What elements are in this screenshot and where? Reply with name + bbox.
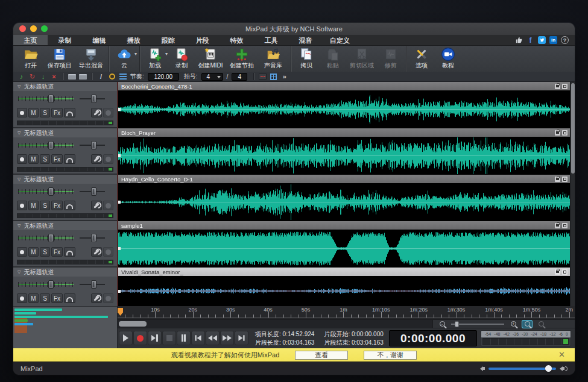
library-button[interactable]: 声音库 — [258, 46, 289, 72]
tab-clip[interactable]: 片段 — [185, 35, 220, 45]
fx-button[interactable]: Fx — [51, 108, 63, 117]
horizontal-scrollbar[interactable] — [118, 320, 433, 328]
clip-menu-icon[interactable] — [562, 177, 567, 182]
collapse-icon[interactable]: ▽ — [17, 270, 21, 275]
collapse-icon[interactable]: ▽ — [17, 84, 21, 89]
fx-button[interactable]: Fx — [51, 154, 63, 164]
mute-button[interactable]: M — [28, 293, 39, 303]
waveform[interactable] — [118, 183, 570, 221]
play-button[interactable] — [119, 331, 133, 345]
clip-title-bar[interactable]: Vivaldi_Sonata_eminor_ — [118, 268, 570, 276]
view-tutorial-button[interactable]: 查看 — [295, 351, 348, 360]
volume-slider[interactable] — [18, 141, 74, 149]
volume-slider[interactable] — [18, 187, 74, 196]
timesig-denominator-input[interactable]: 4 — [232, 73, 247, 81]
zoom-slider-thumb[interactable] — [455, 321, 459, 327]
lock-icon[interactable] — [555, 269, 560, 275]
clip-title-bar[interactable]: sample1 — [118, 221, 570, 230]
snap-icon[interactable] — [258, 73, 267, 81]
volume-slider-handle[interactable] — [48, 141, 54, 149]
lock-icon[interactable] — [555, 223, 560, 228]
thumbs-up-icon[interactable] — [515, 36, 523, 44]
clip-title-bar[interactable]: Haydn_Cello_Concerto_D-1 — [118, 175, 570, 183]
track-header[interactable]: ▽无标题轨道 — [13, 221, 117, 230]
help-icon[interactable]: ? — [561, 36, 569, 44]
metronome-icon[interactable] — [107, 73, 116, 81]
loop-tool-icon[interactable]: ↻ — [28, 73, 37, 81]
draw-tool-icon[interactable]: / — [96, 73, 106, 81]
playhead-marker-icon[interactable] — [118, 308, 123, 316]
track-tools-button[interactable] — [91, 201, 102, 210]
tab-edit[interactable]: 编辑 — [82, 35, 116, 45]
fast-scroll-icon[interactable]: » — [280, 73, 289, 81]
track-tools-button[interactable] — [91, 247, 102, 257]
collapse-icon[interactable]: ▽ — [17, 177, 21, 182]
track-tools-button[interactable] — [91, 108, 102, 117]
grid-icon[interactable] — [269, 73, 278, 81]
go-end-button[interactable] — [235, 331, 248, 345]
project-overview-minimap[interactable] — [13, 306, 118, 348]
volume-slider[interactable] — [18, 95, 74, 103]
pan-slider[interactable] — [80, 95, 105, 103]
vertical-scrollbar-thumb[interactable] — [571, 83, 575, 174]
fx-button[interactable]: Fx — [51, 293, 63, 303]
copy-button[interactable]: 拷贝 — [293, 46, 320, 72]
monitor-button[interactable] — [64, 247, 75, 257]
tab-tools[interactable]: 工具 — [254, 35, 288, 45]
pan-slider[interactable] — [80, 141, 105, 149]
track-tools-button[interactable] — [91, 293, 102, 303]
tab-mix[interactable]: 混音 — [288, 35, 323, 45]
cloud-button[interactable]: ▾云 — [111, 46, 138, 72]
record-button[interactable]: 录制 — [168, 46, 195, 72]
go-start-button[interactable] — [191, 331, 205, 345]
arm-record-button[interactable] — [17, 108, 27, 117]
clip-title-bar[interactable]: Boccherini_Concerto_478-1 — [118, 82, 570, 90]
monitor-button[interactable] — [64, 154, 75, 164]
options-button[interactable]: 选项 — [408, 46, 435, 72]
rewind-button[interactable] — [206, 331, 220, 345]
pan-slider-handle[interactable] — [91, 141, 96, 149]
tutorial-button[interactable]: 教程 — [435, 46, 461, 72]
mute-button[interactable]: M — [28, 108, 39, 117]
volume-slider-handle[interactable] — [48, 234, 54, 242]
volume-slider-thumb[interactable] — [545, 365, 552, 372]
beat-button[interactable]: 创建节拍 — [226, 46, 258, 72]
record-button[interactable] — [133, 331, 147, 345]
timeline-ruler[interactable]: 10s20s30s40s50s1m1m:10s1m:20s1m:30s1m:40… — [118, 306, 575, 320]
mute-button[interactable]: M — [28, 247, 39, 257]
tab-track[interactable]: 跟踪 — [151, 35, 185, 45]
clip-menu-icon[interactable] — [562, 269, 567, 275]
delete-tool-icon[interactable]: × — [49, 73, 58, 81]
pan-slider-handle[interactable] — [91, 234, 96, 242]
waveform[interactable] — [118, 90, 570, 128]
clip-menu-icon[interactable] — [562, 84, 567, 89]
lock-icon[interactable] — [555, 84, 560, 89]
audio-clip[interactable]: Vivaldi_Sonata_eminor_ — [118, 268, 570, 306]
arm-record-button[interactable] — [17, 154, 27, 164]
tab-record[interactable]: 录制 — [48, 35, 82, 45]
arm-record-button[interactable] — [17, 201, 27, 210]
volume-slider[interactable] — [18, 234, 74, 242]
waveform[interactable] — [118, 276, 570, 306]
load-button[interactable]: ▾加载 — [142, 46, 168, 72]
lock-icon[interactable] — [555, 177, 560, 182]
audio-clip[interactable]: sample1 — [118, 221, 570, 268]
dismiss-button[interactable]: 不，谢谢 — [364, 351, 417, 360]
lock-icon[interactable] — [555, 130, 560, 136]
download-tool-icon[interactable]: ↓ — [39, 73, 48, 81]
tab-play[interactable]: 播放 — [116, 35, 151, 45]
track-header[interactable]: ▽无标题轨道 — [13, 268, 117, 277]
audio-clip[interactable]: Bloch_Prayer — [118, 128, 570, 175]
pan-slider-handle[interactable] — [91, 280, 96, 289]
collapse-icon[interactable]: ▽ — [17, 131, 21, 136]
zoom-out-button[interactable]: - — [437, 321, 447, 328]
solo-button[interactable]: S — [40, 108, 50, 117]
volume-slider[interactable] — [18, 280, 74, 289]
facebook-icon[interactable]: f — [526, 36, 534, 44]
clip-menu-icon[interactable] — [562, 223, 567, 228]
tempo-input[interactable]: 120.00 — [148, 73, 179, 81]
tab-effects[interactable]: 特效 — [220, 35, 254, 45]
title-bar[interactable]: MixPad 大师级 by NCH Software — [13, 23, 575, 35]
save-button[interactable]: 保存项目 — [44, 46, 75, 72]
export-button[interactable]: 导出混音 — [75, 46, 107, 72]
